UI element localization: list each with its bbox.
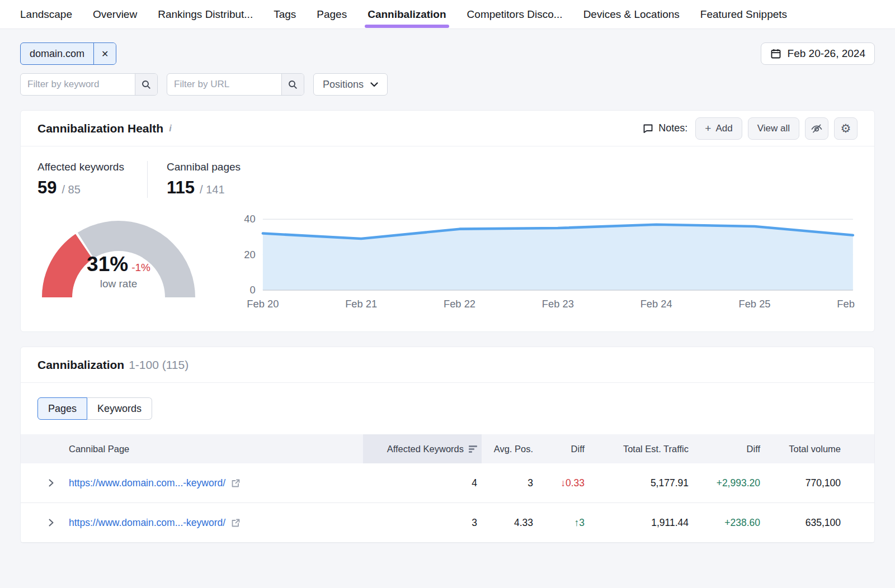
- positions-dropdown[interactable]: Positions: [313, 73, 388, 96]
- table-header-row: Cannibal Page Affected Keywords Avg. Pos…: [21, 434, 874, 463]
- col-traffic-diff[interactable]: Diff: [693, 444, 765, 454]
- traffic-diff-cell: +238.60: [693, 517, 765, 529]
- toggle-keywords[interactable]: Keywords: [87, 397, 152, 420]
- col-avg-pos[interactable]: Avg. Pos.: [482, 444, 538, 454]
- svg-text:Feb 21: Feb 21: [345, 298, 377, 310]
- stat-divider: [147, 161, 148, 198]
- cannibal-pages-trend-chart: 02040Feb 20Feb 21Feb 22Feb 23Feb 24Feb 2…: [237, 210, 858, 312]
- keyword-filter-input[interactable]: [21, 74, 135, 95]
- cannibal-pages-value: 115: [167, 178, 195, 198]
- cannibalization-table-card: Cannibalization 1-100 (115) Pages Keywor…: [20, 347, 875, 543]
- cannibalization-table: Cannibal Page Affected Keywords Avg. Pos…: [21, 434, 874, 543]
- pos-diff-cell: ↓0.33: [538, 477, 589, 489]
- cannibalization-rate-gauge: 31%-1% low rate: [37, 210, 222, 312]
- affected-keywords-total: / 85: [62, 183, 80, 196]
- filters-row: Positions: [20, 73, 875, 96]
- svg-text:40: 40: [244, 213, 255, 225]
- domain-filter-chip: domain.com ✕: [20, 42, 116, 65]
- avg-pos-cell: 4.33: [482, 517, 538, 529]
- domain-chip-remove-button[interactable]: ✕: [93, 43, 116, 64]
- eye-slash-icon: [811, 123, 823, 134]
- table-row: https://www.domain.com...-keyword/ 3 4.3…: [21, 503, 874, 543]
- url-filter: [167, 73, 304, 96]
- gauge-caption: low rate: [37, 278, 200, 290]
- tab-tags[interactable]: Tags: [274, 0, 296, 29]
- tab-devices-locations[interactable]: Devices & Locations: [583, 0, 680, 29]
- calendar-icon: [770, 48, 781, 59]
- tab-landscape[interactable]: Landscape: [20, 0, 72, 29]
- notes-label: Notes:: [643, 122, 687, 134]
- svg-text:Feb 25: Feb 25: [738, 298, 770, 310]
- health-card-header: Cannibalization Health i Notes: + Add: [21, 111, 874, 146]
- cannibalization-health-card: Cannibalization Health i Notes: + Add: [20, 110, 875, 332]
- gear-icon: ⚙: [841, 122, 851, 135]
- affected-keywords-cell: 3: [363, 517, 482, 529]
- chevron-right-icon: [48, 518, 54, 527]
- pos-diff-cell: ↑3: [538, 517, 589, 529]
- expand-row-button[interactable]: [21, 518, 69, 527]
- health-card-title: Cannibalization Health: [37, 122, 163, 135]
- date-range-button[interactable]: Feb 20-26, 2024: [761, 42, 875, 65]
- tab-featured-snippets[interactable]: Featured Snippets: [700, 0, 787, 29]
- svg-text:Feb 26: Feb 26: [837, 298, 858, 310]
- cannibal-page-link[interactable]: https://www.domain.com...-keyword/: [69, 517, 225, 529]
- col-total-volume[interactable]: Total volume: [765, 444, 874, 454]
- view-toggle: Pages Keywords: [37, 397, 152, 420]
- hide-notes-button[interactable]: [805, 117, 828, 140]
- domain-chip-label: domain.com: [21, 43, 93, 64]
- traffic-cell: 5,177.91: [589, 477, 693, 489]
- tab-rankings-distribution[interactable]: Rankings Distribut...: [158, 0, 253, 29]
- sort-desc-icon: [469, 445, 477, 453]
- expand-row-button[interactable]: [21, 478, 69, 487]
- external-link-icon[interactable]: [231, 478, 241, 488]
- traffic-diff-cell: +2,993.20: [693, 477, 765, 489]
- volume-cell: 770,100: [765, 477, 874, 489]
- col-pos-diff[interactable]: Diff: [538, 444, 589, 454]
- cannibal-page-link[interactable]: https://www.domain.com...-keyword/: [69, 477, 225, 489]
- avg-pos-cell: 3: [482, 477, 538, 489]
- svg-text:Feb 22: Feb 22: [444, 298, 475, 310]
- chevron-right-icon: [48, 478, 54, 487]
- table-range: 1-100 (115): [129, 358, 189, 372]
- svg-text:Feb 20: Feb 20: [247, 298, 279, 310]
- table-row: https://www.domain.com...-keyword/ 4 3 ↓…: [21, 463, 874, 503]
- cannibal-pages-total: / 141: [200, 183, 224, 196]
- search-icon: [288, 80, 298, 89]
- gauge-percent: 31%: [87, 253, 128, 276]
- chevron-down-icon: [370, 82, 378, 87]
- search-icon: [142, 80, 151, 89]
- tab-cannibalization[interactable]: Cannibalization: [368, 0, 446, 29]
- affected-keywords-cell: 4: [363, 477, 482, 489]
- col-total-est-traffic[interactable]: Total Est. Traffic: [589, 444, 693, 454]
- tab-pages[interactable]: Pages: [317, 0, 347, 29]
- tab-competitors-discovery[interactable]: Competitors Disco...: [467, 0, 563, 29]
- positions-dropdown-label: Positions: [323, 79, 364, 91]
- gauge-diff: -1%: [131, 262, 150, 273]
- svg-text:20: 20: [244, 249, 255, 260]
- filter-chip-row: domain.com ✕ Feb 20-26, 2024: [20, 42, 875, 65]
- affected-keywords-value: 59: [37, 178, 56, 198]
- report-tabs: Landscape Overview Rankings Distribut...…: [0, 0, 895, 29]
- note-bubble-icon: [643, 124, 653, 134]
- external-link-icon[interactable]: [231, 518, 241, 528]
- info-icon[interactable]: i: [169, 124, 171, 134]
- affected-keywords-stat: Affected keywords 59 / 85: [37, 161, 147, 198]
- date-range-label: Feb 20-26, 2024: [788, 48, 865, 60]
- tab-overview[interactable]: Overview: [93, 0, 137, 29]
- url-filter-input[interactable]: [167, 74, 281, 95]
- toggle-pages[interactable]: Pages: [37, 397, 87, 420]
- traffic-cell: 1,911.44: [589, 517, 693, 529]
- col-affected-keywords[interactable]: Affected Keywords: [363, 434, 482, 463]
- url-search-button[interactable]: [281, 74, 304, 95]
- col-cannibal-page[interactable]: Cannibal Page: [69, 444, 363, 454]
- svg-text:0: 0: [249, 284, 255, 296]
- add-note-button[interactable]: + Add: [695, 117, 742, 140]
- view-all-notes-button[interactable]: View all: [748, 117, 799, 140]
- area-chart: 02040Feb 20Feb 21Feb 22Feb 23Feb 24Feb 2…: [237, 210, 858, 312]
- svg-text:Feb 23: Feb 23: [542, 298, 574, 310]
- table-card-title: Cannibalization: [37, 358, 124, 372]
- keyword-search-button[interactable]: [135, 74, 157, 95]
- gauge-text: 31%-1% low rate: [37, 253, 200, 290]
- health-stats: Affected keywords 59 / 85 Cannibal pages…: [37, 161, 858, 198]
- settings-button[interactable]: ⚙: [834, 117, 858, 140]
